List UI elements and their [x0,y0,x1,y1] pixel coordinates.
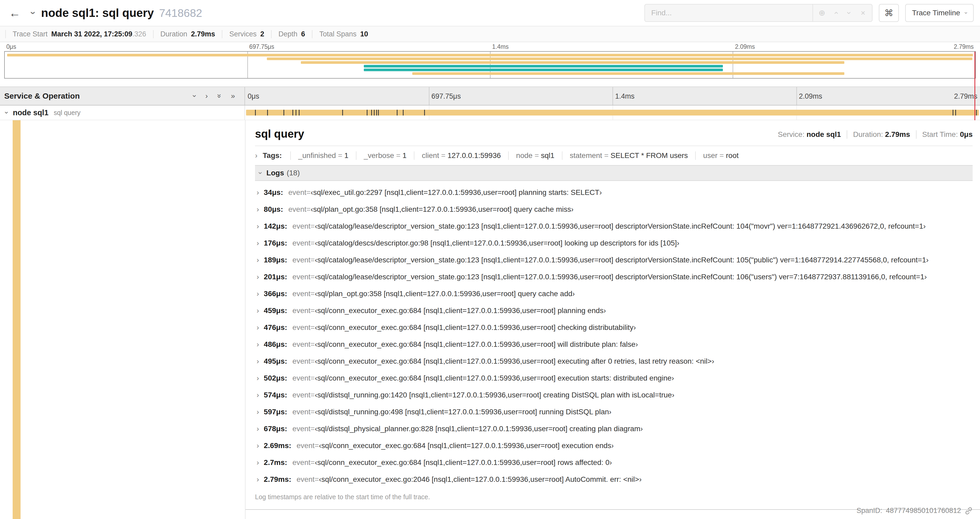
log-row[interactable]: › 597μs: event = ‹sql/distsql_running.go… [255,404,973,420]
clear-search-button[interactable]: × [856,5,870,21]
axis-tick-label: 2.79ms [951,87,980,105]
span-start-stat: Start Time: 0μs [916,130,973,139]
next-result-button[interactable]: › [843,5,856,21]
logs-header[interactable]: › Logs (18) [255,165,973,181]
log-row[interactable]: › 366μs: event = ‹sql/plan_opt.go:358 [n… [255,285,973,302]
trace-id: 7418682 [159,7,202,19]
log-key: event [288,188,307,197]
summary-label: Trace Start [13,30,48,38]
log-value: ‹sql/conn_executor_exec.go:684 [nsql1,cl… [319,441,614,450]
minimap-axis-tick: 0μs [4,43,18,50]
log-row[interactable]: › 2.69ms: event = ‹sql/conn_executor_exe… [255,437,973,454]
log-row[interactable]: › 142μs: event = ‹sql/catalog/lease/desc… [255,218,973,235]
log-value: ‹sql/distsql_physical_planner.go:828 [ns… [315,425,643,433]
chevron-right-icon: › [256,206,259,213]
tags-row[interactable]: › Tags: _unfinished = 1 _verbose = 1 cli… [255,146,973,165]
span-name-cell[interactable]: › node sql1 sql query [0,105,245,120]
log-value: ‹sql/conn_executor_exec.go:684 [nsql1,cl… [315,307,606,315]
log-row[interactable]: › 34μs: event = ‹sql/exec_util.go:2297 [… [255,184,973,201]
log-tick [255,110,256,115]
log-tick [374,110,375,115]
axis-labels: 0μs 697.75μs 1.4ms 2.09ms 2.79ms [245,87,980,105]
minimap-canvas[interactable] [4,51,976,78]
span-collapse-icon[interactable]: › [3,112,10,114]
log-tick [976,110,977,115]
tag-equals: = [336,152,344,160]
log-row[interactable]: › 2.79ms: event = ‹sql/conn_executor_exe… [255,471,973,488]
log-row[interactable]: › 678μs: event = ‹sql/distsql_physical_p… [255,420,973,437]
log-equals: = [306,188,310,197]
span-color-strip [13,120,21,519]
log-key: event [293,307,310,315]
log-row[interactable]: › 502μs: event = ‹sql/conn_executor_exec… [255,370,973,386]
chevron-down-icon: › [845,11,853,14]
minimap-tick-label: 1.4ms [492,43,509,50]
trace-view-selector[interactable]: Trace Timeline › [905,4,974,22]
log-equals: = [310,408,315,416]
log-row[interactable]: › 476μs: event = ‹sql/conn_executor_exec… [255,319,973,336]
link-icon[interactable] [965,507,973,515]
log-tick [953,110,953,115]
minimap-span-bar [364,69,723,71]
expand-one-icon[interactable]: › [205,92,208,100]
log-key: event [297,475,315,484]
service-operation-title: Service & Operation [4,91,80,101]
tag-item: statement = SELECT * FROM users [562,152,695,160]
find-input[interactable] [644,4,813,22]
trace-view-label: Trace Timeline [912,9,960,17]
log-tick [367,110,368,115]
log-row[interactable]: › 189μs: event = ‹sql/catalog/lease/desc… [255,252,973,268]
logs-note: Log timestamps are relative to the start… [255,488,973,502]
tags-label: Tags: [262,152,282,160]
chevron-right-icon: › [256,391,259,399]
log-tick [397,110,398,115]
span-duration-bar[interactable] [246,110,979,115]
log-row[interactable]: › 2.7ms: event = ‹sql/conn_executor_exec… [255,454,973,471]
log-equals: = [310,357,315,366]
collapse-one-icon[interactable]: › [191,95,198,97]
tag-key: statement [570,152,602,160]
log-row[interactable]: › 495μs: event = ‹sql/conn_executor_exec… [255,353,973,370]
focus-match-button[interactable]: ⊕ [815,5,829,21]
trace-page: ← › node sql1: sql query 7418682 ⊕ › › ×… [0,0,980,519]
chevron-right-icon: › [256,476,259,483]
tag-equals: = [439,152,448,160]
summary-value: 2 [260,30,264,38]
log-row[interactable]: › 176μs: event = ‹sql/catalog/descs/desc… [255,235,973,252]
span-timeline-cell[interactable] [245,105,980,120]
tag-equals: = [602,152,611,160]
collapse-all-icon[interactable]: » [216,94,223,98]
log-equals: = [310,340,315,349]
log-key: event [293,256,310,264]
log-row[interactable]: › 574μs: event = ‹sql/distsql_running.go… [255,386,973,404]
log-tick [378,110,379,115]
log-tick-marks [246,110,979,115]
back-button[interactable]: ← [4,2,25,24]
log-equals: = [310,323,315,332]
log-key: event [293,289,310,298]
summary-label: Duration [161,30,187,38]
logs-list: › 34μs: event = ‹sql/exec_util.go:2297 [… [255,181,973,488]
expand-all-icon[interactable]: » [231,92,235,100]
span-detail-area: sql query Service: node sql1 Duration: 2… [0,120,980,519]
log-row[interactable]: › 201μs: event = ‹sql/catalog/lease/desc… [255,268,973,285]
log-timestamp: 2.7ms: [264,458,287,467]
prev-result-button[interactable]: › [829,5,843,21]
span-row[interactable]: › node sql1 sql query [0,105,980,120]
log-value: ‹sql/distsql_running.go:498 [nsql1,clien… [315,408,611,416]
log-row[interactable]: › 80μs: event = ‹sql/plan_opt.go:358 [ns… [255,201,973,218]
span-detail-stats: Service: node sql1 Duration: 2.79ms Star… [772,130,973,139]
summary-item: Total Spans10 [312,30,375,38]
trace-collapse-icon[interactable]: › [29,11,38,14]
log-row[interactable]: › 459μs: event = ‹sql/conn_executor_exec… [255,302,973,319]
timeline-header-row: Service & Operation › › » » 0μs 697.75μs… [0,86,980,105]
log-row[interactable]: › 486μs: event = ‹sql/conn_executor_exec… [255,336,973,353]
log-timestamp: 189μs: [264,256,287,264]
summary-item: Depth6 [271,30,312,38]
chevron-right-icon: › [256,307,259,315]
log-key: event [293,222,310,230]
axis-tick-text: 2.09ms [799,92,822,100]
log-timestamp: 366μs: [264,289,287,298]
keyboard-shortcuts-button[interactable]: ⌘ [879,4,899,22]
axis-tick-label: 1.4ms [612,87,637,105]
